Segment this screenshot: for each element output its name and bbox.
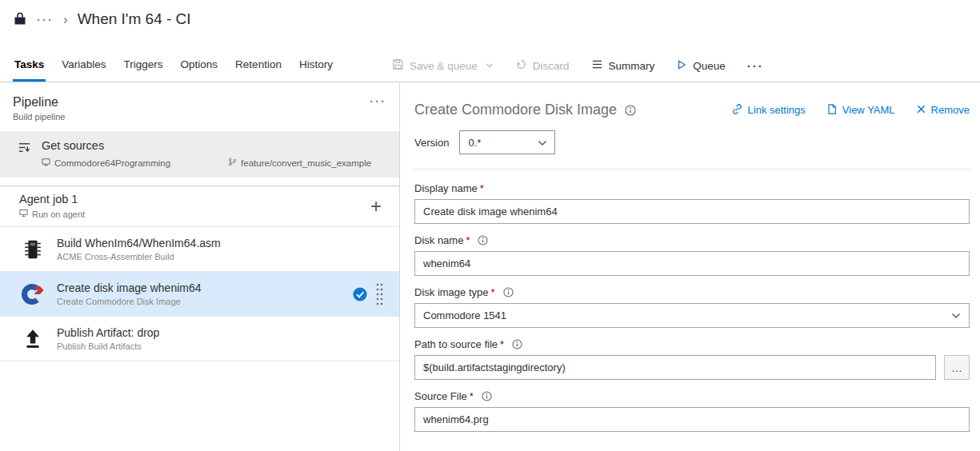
save-queue-button[interactable]: Save & queue xyxy=(392,58,494,73)
commodore-icon xyxy=(21,282,45,306)
summary-button[interactable]: Summary xyxy=(591,58,655,73)
info-icon[interactable] xyxy=(478,235,488,245)
tab-options[interactable]: Options xyxy=(179,50,220,82)
breadcrumb-more-icon[interactable]: ··· xyxy=(37,14,54,26)
task-detail-title: Create Commodore Disk Image xyxy=(414,102,617,118)
close-icon xyxy=(916,104,926,117)
save-queue-dropdown-icon[interactable] xyxy=(486,62,494,69)
tab-triggers[interactable]: Triggers xyxy=(122,50,165,82)
get-sources-title: Get sources xyxy=(42,139,386,152)
task-detail-panel: Create Commodore Disk Image Link setting… xyxy=(400,82,980,451)
drag-handle-icon[interactable] xyxy=(376,282,383,306)
pipeline-header: Pipeline Build pipeline ··· xyxy=(0,82,399,131)
tab-variables[interactable]: Variables xyxy=(60,50,107,82)
version-label: Version xyxy=(414,137,449,149)
disk-name-input[interactable] xyxy=(414,251,970,276)
repo-icon xyxy=(42,158,50,168)
chevron-down-icon xyxy=(951,313,961,319)
path-to-source-file-input[interactable] xyxy=(414,355,936,380)
field-disk-image-type: Disk image type * Commodore 1541 xyxy=(414,286,970,328)
section-divider xyxy=(414,169,970,170)
branch-name: feature/convert_music_example xyxy=(228,158,371,168)
agent-job-subtitle: Run on agent xyxy=(32,210,85,219)
view-yaml-button[interactable]: View YAML xyxy=(826,103,895,118)
task-enabled-check-icon[interactable] xyxy=(353,287,367,301)
link-icon xyxy=(731,103,743,118)
upload-icon xyxy=(21,327,45,351)
agent-job-title: Agent job 1 xyxy=(19,193,85,206)
content: Pipeline Build pipeline ··· Get sources … xyxy=(0,82,980,451)
summary-list-icon xyxy=(591,58,603,73)
info-icon[interactable] xyxy=(482,391,492,401)
undo-icon xyxy=(515,58,527,73)
source-file-input[interactable] xyxy=(414,407,970,432)
field-disk-name: Disk name * xyxy=(414,234,970,276)
disk-image-type-select[interactable]: Commodore 1541 xyxy=(414,303,970,328)
add-task-button[interactable]: + xyxy=(366,197,386,216)
browse-button[interactable]: … xyxy=(944,355,970,380)
page-title: When I'm 64 - CI xyxy=(78,10,191,28)
remove-task-button[interactable]: Remove xyxy=(916,103,970,118)
save-icon xyxy=(392,58,404,73)
pipeline-panel: Pipeline Build pipeline ··· Get sources … xyxy=(0,82,400,451)
repo-name: Commodore64Programming xyxy=(42,158,170,168)
version-dropdown[interactable]: 0.* xyxy=(459,130,555,154)
agent-icon xyxy=(19,209,28,219)
task-row-build[interactable]: Build WhenIm64/WhenIm64.asm ACME Cross-A… xyxy=(0,227,399,272)
project-icon[interactable] xyxy=(13,12,27,26)
tab-bar: Tasks Variables Triggers Options Retenti… xyxy=(0,38,980,82)
field-display-name: Display name * xyxy=(414,182,970,224)
breadcrumb-chevron-icon: › xyxy=(63,13,68,26)
required-marker: * xyxy=(500,338,504,350)
link-settings-button[interactable]: Link settings xyxy=(731,103,806,118)
info-icon[interactable] xyxy=(512,339,522,349)
pipeline-title: Pipeline xyxy=(13,95,65,110)
top-header: ··· › When I'm 64 - CI xyxy=(0,0,980,38)
document-icon xyxy=(826,103,838,118)
tab-history[interactable]: History xyxy=(298,50,334,82)
queue-button[interactable]: Queue xyxy=(676,59,726,73)
play-icon xyxy=(676,59,687,73)
required-marker: * xyxy=(470,390,474,402)
pipeline-subtitle: Build pipeline xyxy=(13,112,65,122)
required-marker: * xyxy=(466,234,470,246)
tab-tasks[interactable]: Tasks xyxy=(13,50,46,82)
command-bar: Save & queue Discard Summary Queue ··· xyxy=(392,50,764,82)
chip-icon xyxy=(21,237,45,261)
required-marker: * xyxy=(480,182,484,194)
task-info-icon[interactable] xyxy=(625,105,636,116)
field-source-file: Source File * xyxy=(414,390,970,432)
get-sources-icon xyxy=(18,141,31,168)
agent-job-row[interactable]: Agent job 1 Run on agent + xyxy=(0,186,399,227)
tab-retention[interactable]: Retention xyxy=(234,50,283,82)
branch-icon xyxy=(228,158,237,168)
chevron-down-icon xyxy=(538,137,547,149)
task-row-publish-artifact[interactable]: Publish Artifact: drop Publish Build Art… xyxy=(0,317,399,361)
command-bar-more-icon[interactable]: ··· xyxy=(747,60,764,72)
tabs: Tasks Variables Triggers Options Retenti… xyxy=(13,50,349,82)
required-marker: * xyxy=(490,286,494,298)
field-path-to-source-file: Path to source file * … xyxy=(414,338,970,380)
task-row-create-disk-image[interactable]: Create disk image whenim64 Create Commod… xyxy=(0,272,399,317)
info-icon[interactable] xyxy=(503,287,514,297)
pipeline-more-icon[interactable]: ··· xyxy=(370,95,386,107)
display-name-input[interactable] xyxy=(414,199,970,224)
discard-button[interactable]: Discard xyxy=(515,58,570,73)
get-sources-row[interactable]: Get sources Commodore64Programming featu… xyxy=(0,131,399,178)
